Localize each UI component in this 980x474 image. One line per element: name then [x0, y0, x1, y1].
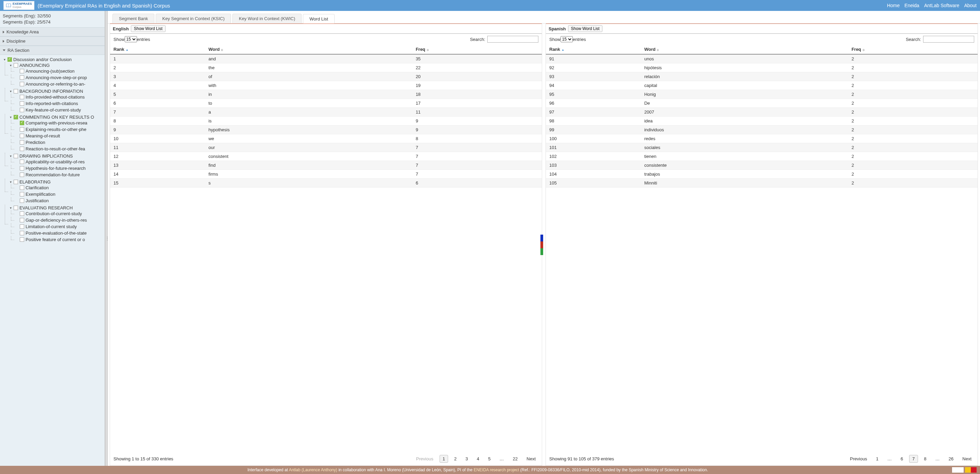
- col-rank[interactable]: Rank ▲: [546, 45, 641, 54]
- accordion-ra-section[interactable]: RA Section: [0, 46, 105, 55]
- nav-about[interactable]: About: [964, 3, 977, 8]
- col-rank[interactable]: Rank ▲: [110, 45, 205, 54]
- col-word[interactable]: Word ◆: [205, 45, 412, 54]
- entries-select[interactable]: 15: [125, 36, 137, 42]
- logo[interactable]: EXEMPRAESCorpus: [3, 1, 34, 10]
- tree-checkbox[interactable]: [8, 57, 12, 62]
- tree-checkbox[interactable]: [20, 121, 24, 125]
- tree-node[interactable]: ▾COMMENTING ON KEY RESULTS O: [9, 115, 105, 120]
- page-next[interactable]: Next: [524, 455, 538, 463]
- collapse-icon[interactable]: ▾: [9, 64, 12, 67]
- collapse-icon[interactable]: ▾: [9, 155, 12, 158]
- sidebar-resize-handle[interactable]: [105, 11, 108, 466]
- tree-checkbox[interactable]: [20, 127, 24, 132]
- footer-link-eneida[interactable]: ENEIDA research project: [474, 468, 519, 472]
- show-wordlist-button[interactable]: Show Word List: [131, 25, 165, 32]
- collapse-icon[interactable]: ▾: [9, 90, 12, 93]
- page-2[interactable]: 2: [452, 455, 459, 463]
- col-freq[interactable]: Freq ◆: [412, 45, 542, 54]
- tree-node[interactable]: Limitation-of-current study: [15, 224, 105, 229]
- tree-node[interactable]: Reaction-to-result-or-other-fea: [15, 146, 105, 152]
- page-1[interactable]: 1: [439, 455, 448, 463]
- tree-node[interactable]: ▾Discussion and/or Conclusion: [3, 57, 105, 62]
- tab-segment-bank[interactable]: Segment Bank: [113, 14, 154, 23]
- tree-checkbox[interactable]: [20, 172, 24, 177]
- tree-node[interactable]: Positive feature of current or o: [15, 237, 105, 242]
- tree-checkbox[interactable]: [20, 166, 24, 171]
- page-8[interactable]: 8: [921, 455, 929, 463]
- tree-node[interactable]: Explaining-results-or-other-phe: [15, 127, 105, 132]
- col-word[interactable]: Word ◆: [641, 45, 848, 54]
- tree-checkbox[interactable]: [20, 147, 24, 151]
- tab-word-list[interactable]: Word List: [303, 14, 335, 24]
- tree-node[interactable]: Contribution-of-current-study: [15, 211, 105, 216]
- page-3[interactable]: 3: [463, 455, 471, 463]
- tree-checkbox[interactable]: [14, 89, 18, 93]
- tree-node[interactable]: Clarification: [15, 185, 105, 190]
- tree-node[interactable]: Positive-evaluation-of-the-state: [15, 230, 105, 236]
- tree-node[interactable]: Hypothesis-for-future-research: [15, 166, 105, 171]
- page-7[interactable]: 7: [909, 455, 918, 463]
- tree-node[interactable]: Exemplification: [15, 192, 105, 197]
- tree-node[interactable]: Key-feature-of-current-study: [15, 107, 105, 113]
- tree-node[interactable]: ▾DRAWING IMPLICATIONS: [9, 153, 105, 158]
- tree-node[interactable]: Info-provided-without-citations: [15, 94, 105, 100]
- tree-checkbox[interactable]: [14, 63, 18, 67]
- collapse-icon[interactable]: ▾: [9, 206, 12, 210]
- page-next[interactable]: Next: [959, 455, 974, 463]
- search-input[interactable]: [923, 36, 974, 43]
- tree-checkbox[interactable]: [20, 140, 24, 145]
- tree-checkbox[interactable]: [14, 154, 18, 158]
- collapse-icon[interactable]: ▾: [9, 180, 12, 184]
- tree-checkbox[interactable]: [20, 108, 24, 112]
- col-freq[interactable]: Freq ◆: [848, 45, 978, 54]
- tree-checkbox[interactable]: [20, 211, 24, 216]
- tree-checkbox[interactable]: [14, 180, 18, 184]
- tree-checkbox[interactable]: [20, 82, 24, 86]
- tree-checkbox[interactable]: [20, 69, 24, 73]
- tree-checkbox[interactable]: [20, 160, 24, 164]
- nav-antlab-software[interactable]: AntLab Software: [924, 3, 959, 8]
- tree-checkbox[interactable]: [20, 95, 24, 99]
- tree-checkbox[interactable]: [20, 192, 24, 196]
- tree-node[interactable]: ▾BACKGROUND INFORMATION: [9, 89, 105, 94]
- tree-node[interactable]: Gap-or-deficiency-in-others-res: [15, 217, 105, 223]
- tree-checkbox[interactable]: [14, 206, 18, 210]
- tab-key-segment-in-context-ksic-[interactable]: Key Segment in Context (KSIC): [156, 14, 231, 23]
- accordion-discipline[interactable]: Discipline: [0, 37, 105, 46]
- tree-node[interactable]: Announcing-(sub)section: [15, 69, 105, 73]
- tree-checkbox[interactable]: [20, 231, 24, 235]
- tree-checkbox[interactable]: [20, 101, 24, 106]
- page-prev[interactable]: Previous: [847, 455, 870, 463]
- page-5[interactable]: 5: [485, 455, 493, 463]
- nav-eneida[interactable]: Eneida: [904, 3, 920, 8]
- tree-node[interactable]: ▾ELABORATING: [9, 179, 105, 185]
- nav-home[interactable]: Home: [887, 3, 900, 8]
- tree-node[interactable]: ▾ANNOUNCING: [9, 63, 105, 68]
- show-wordlist-button[interactable]: Show Word List: [568, 25, 603, 32]
- page-6[interactable]: 6: [898, 455, 906, 463]
- tree-checkbox[interactable]: [20, 218, 24, 222]
- collapse-icon[interactable]: ▾: [3, 58, 6, 61]
- tree-node[interactable]: Announcing-move-step-or-prop: [15, 75, 105, 80]
- tree-checkbox[interactable]: [20, 198, 24, 203]
- tree-node[interactable]: Info-reported-with-citations: [15, 101, 105, 106]
- page-26[interactable]: 26: [946, 455, 956, 463]
- tree-checkbox[interactable]: [20, 237, 24, 242]
- page-1[interactable]: 1: [873, 455, 881, 463]
- tree-node[interactable]: Recommendation-for-future: [15, 172, 105, 177]
- tree-node[interactable]: Meaning-of-result: [15, 133, 105, 139]
- tree-checkbox[interactable]: [14, 115, 18, 119]
- tab-key-word-in-context-kwic-[interactable]: Key Word in Context (KWIC): [232, 14, 302, 23]
- entries-select[interactable]: 15: [560, 36, 573, 42]
- page-22[interactable]: 22: [510, 455, 520, 463]
- tree-checkbox[interactable]: [20, 224, 24, 229]
- footer-link-antlab[interactable]: Antlab (Laurence Anthony): [289, 468, 337, 472]
- tree-node[interactable]: Applicability-or-usability-of-res: [15, 159, 105, 164]
- accordion-knowledge-area[interactable]: Knowledge Area: [0, 27, 105, 37]
- search-input[interactable]: [487, 36, 538, 43]
- page-4[interactable]: 4: [474, 455, 482, 463]
- collapse-icon[interactable]: ▾: [9, 116, 12, 119]
- tree-node[interactable]: Justification: [15, 198, 105, 203]
- tree-node[interactable]: Comparing-with-previous-resea: [15, 120, 105, 126]
